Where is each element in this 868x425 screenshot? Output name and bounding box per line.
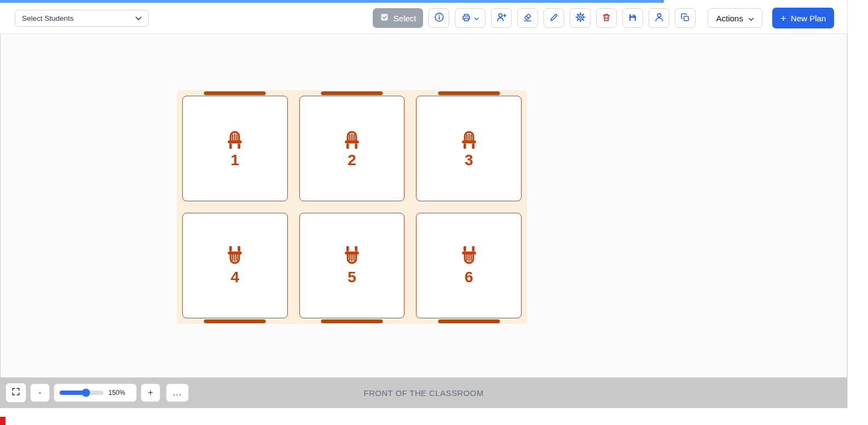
- chair-icon: [224, 129, 246, 149]
- info-icon: [434, 12, 444, 24]
- app-window: Select Students Select: [0, 0, 848, 408]
- fullscreen-icon: [11, 387, 21, 399]
- seat-2[interactable]: 2: [299, 96, 405, 201]
- chair-icon: [458, 246, 480, 266]
- seat-6[interactable]: 6: [416, 213, 522, 318]
- seat-cell: 5: [299, 213, 405, 318]
- chevron-down-icon: [474, 14, 479, 22]
- duplicate-button[interactable]: [675, 8, 696, 28]
- desk-bar: [204, 319, 266, 323]
- fullscreen-button[interactable]: [5, 383, 26, 403]
- actions-label: Actions: [716, 14, 743, 23]
- chair-icon: [458, 129, 480, 149]
- desk-bar: [204, 91, 266, 95]
- chevron-down-icon: [748, 14, 754, 23]
- ellipsis-icon: ...: [173, 388, 182, 398]
- seat-number: 4: [231, 269, 240, 286]
- seat-cell: 4: [182, 213, 288, 318]
- minus-icon: -: [38, 388, 41, 398]
- seat-cell: 1: [182, 96, 288, 201]
- seat-5[interactable]: 5: [299, 213, 405, 318]
- new-plan-label: New Plan: [791, 14, 826, 23]
- save-button[interactable]: [622, 8, 643, 28]
- desk-bar: [438, 91, 500, 95]
- delete-button[interactable]: [596, 8, 617, 28]
- gear-icon: [575, 12, 586, 24]
- student-select-value: Select Students: [22, 14, 74, 22]
- seat-cell: 2: [299, 96, 405, 201]
- select-mode-button[interactable]: Select: [373, 8, 424, 28]
- info-button[interactable]: [429, 8, 449, 28]
- student-view-button[interactable]: [649, 8, 669, 28]
- toolbar-actions: Select: [373, 8, 834, 28]
- seat-cell: 3: [416, 96, 522, 201]
- zoom-slider[interactable]: 150%: [54, 383, 137, 402]
- desk-bar: [321, 319, 383, 323]
- seat-number: 3: [465, 152, 473, 169]
- edit-button[interactable]: [543, 8, 564, 28]
- page: Select Students Select: [0, 0, 868, 425]
- save-icon: [628, 13, 638, 24]
- add-student-button[interactable]: [491, 8, 512, 28]
- seat-4[interactable]: 4: [182, 213, 288, 318]
- checkbox-icon: [380, 13, 389, 24]
- status-bar: - 150% + ... FRONT OF THE CLASSROOM: [0, 377, 847, 408]
- settings-button[interactable]: [570, 8, 591, 28]
- seat-cell: 6: [416, 213, 522, 318]
- select-mode-label: Select: [394, 14, 416, 23]
- zoom-out-button[interactable]: -: [30, 383, 50, 402]
- student-select[interactable]: Select Students: [15, 10, 149, 27]
- seating-area: 1 2 3: [177, 90, 527, 324]
- desk-bar: [438, 319, 500, 323]
- person-icon: [654, 12, 664, 24]
- chair-icon: [341, 129, 363, 149]
- seat-number: 1: [231, 152, 240, 169]
- seat-number: 6: [465, 269, 473, 286]
- zoom-slider-thumb[interactable]: [82, 389, 90, 397]
- desk-bar: [321, 91, 383, 95]
- actions-button[interactable]: Actions: [708, 8, 762, 28]
- trash-icon: [601, 13, 611, 24]
- front-of-classroom-label: FRONT OF THE CLASSROOM: [363, 388, 483, 398]
- seat-3[interactable]: 3: [416, 96, 522, 201]
- seating-canvas[interactable]: 1 2 3: [0, 34, 847, 377]
- eraser-button[interactable]: [517, 8, 538, 28]
- progress-bar: [0, 0, 664, 3]
- zoom-in-button[interactable]: +: [141, 383, 160, 402]
- seat-1[interactable]: 1: [182, 96, 288, 201]
- zoom-slider-track[interactable]: [60, 391, 103, 395]
- zoom-level: 150%: [108, 389, 125, 397]
- red-marker: [0, 417, 5, 425]
- person-add-icon: [496, 12, 507, 24]
- seat-number: 2: [348, 152, 356, 169]
- copy-icon: [680, 13, 690, 24]
- chair-icon: [341, 246, 363, 266]
- more-options-button[interactable]: ...: [166, 383, 189, 402]
- chevron-down-icon: [135, 14, 142, 22]
- eraser-icon: [523, 13, 533, 24]
- print-button[interactable]: [455, 8, 485, 28]
- printer-icon: [461, 13, 471, 24]
- pencil-icon: [549, 13, 559, 24]
- new-plan-button[interactable]: + New Plan: [772, 8, 834, 28]
- plus-icon: +: [148, 388, 153, 398]
- chair-icon: [224, 246, 246, 266]
- toolbar: Select Students Select: [0, 3, 847, 34]
- seat-number: 5: [348, 269, 356, 286]
- plus-icon: +: [780, 13, 786, 24]
